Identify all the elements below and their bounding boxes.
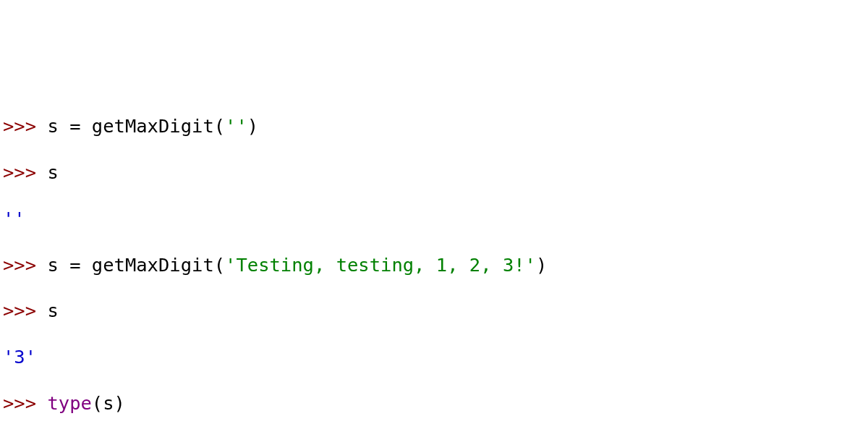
repl-line: >>> s = getMaxDigit('Testing, testing, 1…: [3, 254, 865, 277]
repl-prompt: >>>: [3, 300, 47, 321]
repl-prompt: >>>: [3, 254, 47, 276]
variable-s: s: [47, 115, 69, 137]
output-string: '3': [3, 346, 36, 368]
function-name: getMaxDigit: [92, 115, 214, 137]
repl-output: '': [3, 208, 865, 231]
repl-output: '3': [3, 346, 865, 369]
repl-prompt: >>>: [3, 392, 47, 414]
python-repl[interactable]: >>> s = getMaxDigit('') >>> s '' >>> s =…: [0, 93, 868, 425]
variable-s: s: [47, 300, 58, 321]
assign-operator: =: [69, 254, 92, 276]
string-literal: '': [225, 115, 247, 137]
close-paren: ): [247, 115, 258, 137]
variable-s: s: [47, 161, 58, 183]
close-paren: ): [114, 392, 125, 414]
repl-prompt: >>>: [3, 161, 47, 183]
variable-s: s: [47, 254, 69, 276]
repl-line: >>> type(s): [3, 392, 865, 415]
open-paren: (: [92, 392, 103, 414]
close-paren: ): [536, 254, 547, 276]
repl-line: >>> s = getMaxDigit(''): [3, 115, 865, 138]
builtin-type: type: [47, 392, 91, 414]
variable-s: s: [103, 392, 114, 414]
output-string: '': [3, 208, 25, 229]
assign-operator: =: [69, 115, 92, 137]
repl-prompt: >>>: [3, 115, 47, 137]
open-paren: (: [214, 254, 225, 276]
open-paren: (: [214, 115, 225, 137]
repl-line: >>> s: [3, 161, 865, 185]
function-name: getMaxDigit: [92, 254, 214, 276]
string-literal: 'Testing, testing, 1, 2, 3!': [225, 254, 536, 276]
repl-line: >>> s: [3, 300, 865, 323]
